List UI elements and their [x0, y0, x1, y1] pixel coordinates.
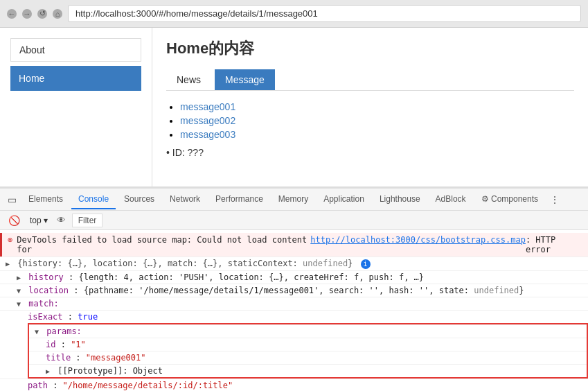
devtools-panel: ▭ Elements Console Sources Network Perfo… — [0, 187, 588, 391]
devtools-tab-performance[interactable]: Performance — [208, 190, 270, 209]
sidebar: About Home — [0, 28, 152, 186]
console-log-line: ▼ match: — [0, 297, 588, 310]
message-list: message001 message002 message003 — [166, 101, 574, 140]
content-tabs: News Message — [166, 69, 574, 91]
home-button[interactable]: ⌂ — [53, 9, 62, 19]
console-log-line: id : "1" — [29, 338, 587, 351]
info-badge: i — [361, 259, 371, 269]
devtools-tab-console[interactable]: Console — [71, 190, 116, 209]
list-item: message001 — [180, 101, 574, 112]
devtools-console: ⊗ DevTools failed to load source map: Co… — [0, 230, 588, 391]
back-button[interactable]: ← — [7, 9, 17, 19]
error-text: DevTools failed to load source map: Coul… — [17, 235, 310, 254]
error-suffix: : HTTP error — [526, 235, 582, 254]
expand-arrow-icon[interactable]: ▶ — [17, 274, 21, 281]
sidebar-item-home[interactable]: Home — [10, 66, 141, 91]
sidebar-item-about[interactable]: About — [10, 38, 141, 62]
devtools-tab-lighthouse[interactable]: Lighthouse — [373, 190, 427, 209]
devtools-tab-application[interactable]: Application — [317, 190, 371, 209]
params-highlight-box: ▼ params: id : "1" title : "message001" … — [28, 323, 588, 379]
message-link-003[interactable]: message003 — [180, 129, 235, 140]
console-log-line: ▶ history : {length: 4, action: 'PUSH', … — [0, 270, 588, 284]
id-display: • ID: ??? — [166, 147, 574, 158]
devtools-tab-network[interactable]: Network — [163, 190, 207, 209]
devtools-tabs: ▭ Elements Console Sources Network Perfo… — [0, 189, 588, 211]
devtools-tab-elements[interactable]: Elements — [21, 190, 70, 209]
console-log-line: ▶ [[Prototype]]: Object — [29, 364, 587, 377]
tab-message[interactable]: Message — [215, 69, 275, 90]
console-log-line: isExact : true — [0, 310, 588, 323]
message-link-002[interactable]: message002 — [180, 115, 235, 126]
expand-arrow-icon[interactable]: ▼ — [35, 328, 39, 336]
app-content: About Home Home的内容 News Message message0… — [0, 28, 588, 187]
console-log-line: ▼ params: — [29, 324, 587, 338]
devtools-tab-memory[interactable]: Memory — [271, 190, 315, 209]
expand-arrow-icon[interactable]: ▼ — [17, 300, 21, 308]
list-item: message003 — [180, 129, 574, 140]
clear-console-icon[interactable]: 🚫 — [6, 212, 22, 229]
filter-input[interactable]: Filter — [72, 214, 103, 227]
devtools-tab-components[interactable]: ⚙ Components — [474, 190, 545, 209]
eye-icon[interactable]: 👁 — [55, 214, 68, 227]
url-bar[interactable]: http://localhost:3000/#/home/message/det… — [68, 5, 581, 22]
error-link[interactable]: http://localhost:3000/css/bootstrap.css.… — [310, 235, 526, 245]
devtools-tab-adblock[interactable]: AdBlock — [429, 190, 473, 209]
devtools-toolbar: 🚫 top ▾ 👁 Filter — [0, 211, 588, 230]
devtools-dock-icon[interactable]: ▭ — [3, 191, 20, 208]
main-content: Home的内容 News Message message001 message0… — [152, 28, 588, 186]
tab-news[interactable]: News — [166, 69, 211, 90]
console-log-line: title : "message001" — [29, 351, 587, 364]
error-icon: ⊗ — [8, 235, 12, 245]
devtools-tab-sources[interactable]: Sources — [117, 190, 161, 209]
expand-arrow-icon[interactable]: ▼ — [17, 287, 21, 295]
console-error-line: ⊗ DevTools failed to load source map: Co… — [0, 233, 588, 257]
message-link-001[interactable]: message001 — [180, 101, 235, 112]
reload-button[interactable]: ↺ — [37, 9, 47, 19]
console-log-line: ▶ {history: {…}, location: {…}, match: {… — [0, 257, 588, 270]
devtools-more-icon[interactable]: ⋮ — [546, 191, 563, 208]
console-log-line: path : "/home/message/details/:id/:title… — [0, 379, 588, 392]
forward-button[interactable]: → — [22, 9, 32, 19]
expand-arrow-icon[interactable]: ▶ — [46, 367, 50, 375]
list-item: message002 — [180, 115, 574, 126]
log-level-select[interactable]: top ▾ — [26, 214, 51, 227]
console-log-line: ▼ location : {pathname: '/home/message/d… — [0, 284, 588, 297]
browser-chrome: ← → ↺ ⌂ http://localhost:3000/#/home/mes… — [0, 0, 588, 28]
expand-arrow-icon[interactable]: ▶ — [6, 260, 10, 268]
page-title: Home的内容 — [166, 38, 574, 59]
